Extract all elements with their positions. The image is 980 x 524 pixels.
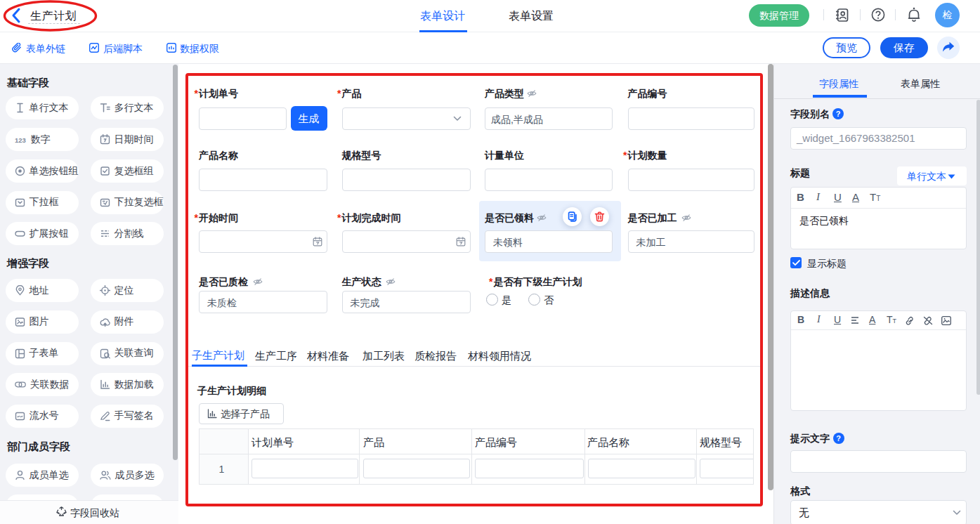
svg-text:123: 123	[15, 136, 26, 144]
